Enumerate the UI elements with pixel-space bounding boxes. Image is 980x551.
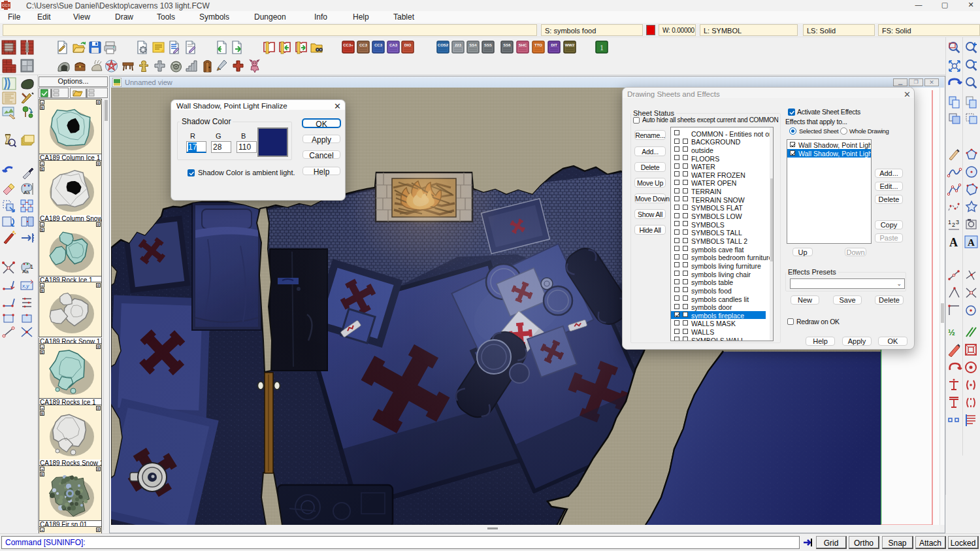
svg-text:WW2: WW2 (565, 43, 575, 47)
svg-text:TTO: TTO (534, 43, 542, 47)
svg-text:x,y: x,y (22, 283, 29, 289)
svg-text:DIT: DIT (551, 43, 557, 47)
svg-text:Aa: Aa (24, 190, 30, 195)
svg-text:½: ½ (948, 327, 955, 337)
svg-text:2: 2 (952, 222, 955, 228)
svg-text:CC3: CC3 (359, 43, 368, 47)
svg-text:CA3: CA3 (389, 43, 398, 47)
svg-text:COS2: COS2 (438, 43, 449, 47)
svg-text:SS6: SS6 (503, 43, 511, 47)
svg-text:1: 1 (948, 219, 951, 225)
svg-text:SS4: SS4 (469, 43, 477, 47)
svg-text:DIO: DIO (404, 43, 412, 47)
svg-text:Aa: Aa (22, 269, 29, 275)
svg-text:1: 1 (30, 263, 33, 270)
svg-text:SSS: SSS (484, 43, 492, 47)
svg-text:3: 3 (956, 219, 959, 225)
svg-text:SHC: SHC (519, 43, 527, 47)
svg-text:CC3+: CC3+ (343, 43, 353, 47)
svg-text:1: 1 (600, 43, 604, 52)
svg-text:A: A (949, 236, 958, 249)
svg-text:A: A (968, 237, 975, 248)
svg-text:CC3: CC3 (374, 43, 383, 47)
svg-text:CC3: CC3 (2, 3, 10, 7)
svg-text:223: 223 (455, 43, 462, 47)
